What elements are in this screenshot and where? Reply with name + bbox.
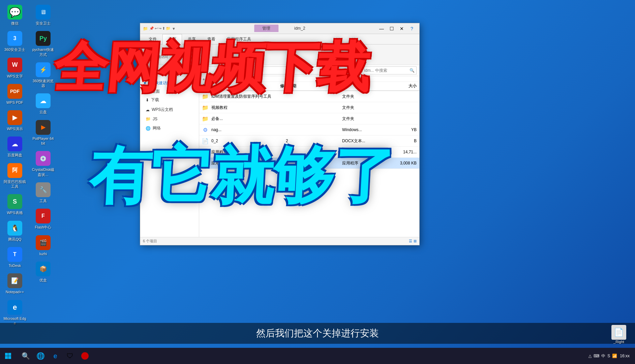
search-input[interactable] xyxy=(356,66,417,74)
tab-view[interactable]: 查看 xyxy=(202,34,221,44)
js-icon-sidebar: 📁 xyxy=(146,117,151,121)
file-row-app1[interactable]: ⚙ 应用程序 应用程序 14,71... xyxy=(199,147,419,158)
col-header-type[interactable]: 类型 xyxy=(338,83,377,89)
yun-icon: ☁ xyxy=(36,93,51,108)
qq-icon: 🐧 xyxy=(7,221,22,236)
file-row-video-tutorial[interactable]: 📁 视频教程 文件夹 xyxy=(199,102,419,113)
ribbon-copy-btn[interactable]: 📋复制 xyxy=(172,49,181,61)
360fast-label: 360快速浏览器 xyxy=(31,79,55,88)
forward-button[interactable]: → xyxy=(154,66,163,74)
sidebar-item-network[interactable]: 🌐 网络 xyxy=(140,124,199,132)
wps-word-icon: W xyxy=(7,58,22,72)
notepad-icon: 📝 xyxy=(7,273,22,288)
desktop-icon-tool[interactable]: 🔧 工具 xyxy=(30,180,57,205)
sidebar-item-download[interactable]: ⬇ 下载 xyxy=(140,96,199,104)
list-view-button[interactable]: ☰ xyxy=(409,239,412,243)
sidebar-item-wps[interactable]: ☁ WPS云文档 xyxy=(140,105,199,114)
quick-access-header[interactable]: ▼ ⭐ 快速访问 xyxy=(140,79,199,87)
desktop: 💬 微信 3 360安全卫士 W WPS文字 PDF WPS PDF ▶ WPS… xyxy=(0,0,635,364)
back-button[interactable]: ← xyxy=(143,66,152,74)
ribbon-pin-btn[interactable]: 📌固定到快速访问 xyxy=(143,49,169,61)
app-icon-6: ⚙ xyxy=(202,160,209,166)
speaker-icon[interactable]: S xyxy=(607,354,610,358)
sidebar-item-js[interactable]: 📁 JS xyxy=(140,115,199,123)
start-button[interactable] xyxy=(0,348,16,364)
network-section: 🌐 网络 xyxy=(140,124,199,132)
desktop-icon-luzhi[interactable]: 🎬 luzhi xyxy=(30,233,57,258)
view-toggle-buttons: ☰ ⊞ xyxy=(409,239,417,243)
col-header-size[interactable]: 大小 xyxy=(377,83,417,89)
desktop-icon-pcsafe[interactable]: 🖥 安全卫士 xyxy=(30,3,57,28)
explorer-window-title: 管理 idm_2 xyxy=(254,26,305,31)
search-container: 🔍 xyxy=(356,66,417,74)
desktop-icon-baidu[interactable]: ☁ 百度网盘 xyxy=(1,134,28,159)
window-controls: — ☐ ✕ ? xyxy=(377,25,417,33)
desktop-icon-wps-pdf[interactable]: PDF WPS PDF xyxy=(1,82,28,107)
desktop-icon-notepad[interactable]: 📝 Notepad++ xyxy=(1,271,28,296)
taskbar-search[interactable]: 🔍 xyxy=(19,349,32,363)
taskbar-edge[interactable]: e xyxy=(49,349,62,363)
close-button[interactable]: ✕ xyxy=(397,25,406,33)
desktop-icon-yun[interactable]: ☁ 云盘 xyxy=(30,91,57,116)
ribbon: 文件 主页 共享 查看 应用程序工具 📌固定到快速访问 📋复制 📄粘贴 xyxy=(140,34,419,65)
minimize-button[interactable]: — xyxy=(377,25,386,33)
wifi-icon[interactable]: 📶 xyxy=(612,354,617,358)
file-row-doc[interactable]: 📄 0_2 2 DOCX文本... B xyxy=(199,135,419,147)
address-path[interactable]: ▶ idm_2 ▼ xyxy=(175,66,355,74)
tab-home[interactable]: 主页 xyxy=(162,34,182,44)
360-taskbar-icon: 🛡 xyxy=(67,352,73,360)
sidebar-download-label: 下载 xyxy=(151,97,159,103)
wps-table-icon: S xyxy=(7,194,22,209)
col-header-date[interactable]: 修改日期 xyxy=(280,83,339,89)
desktop-icon-360safe[interactable]: 3 360安全卫士 xyxy=(1,29,28,54)
folder-icon-2: 📁 xyxy=(202,115,209,122)
up-button[interactable]: ↑ xyxy=(164,66,174,74)
tab-file[interactable]: 文件 xyxy=(143,34,162,44)
desktop-icon-wps-table[interactable]: S WPS表格 xyxy=(1,192,28,217)
file-type-1: 文件夹 xyxy=(342,105,379,111)
flash-icon: F xyxy=(36,209,51,223)
desktop-icon-pot[interactable]: ▶ PotPlayer 64 bit xyxy=(30,118,57,148)
col-header-name[interactable]: 名称 xyxy=(202,83,280,89)
taskbar-360[interactable]: 🛡 xyxy=(63,349,77,363)
desktop-icon-wps-ppt[interactable]: ▶ WPS演示 xyxy=(1,108,28,133)
explorer-body: ▼ ⭐ 快速访问 🖥 桌面 ⬇ 下载 ☁ xyxy=(140,76,419,237)
tray-arrow-icon[interactable]: △ xyxy=(588,354,592,358)
desktop-icon-ali[interactable]: 阿 阿里巴巴投稿工具 xyxy=(1,161,28,191)
right-icon-label: _Right xyxy=(613,340,624,344)
explorer-window: 📁 📌 ↩ ↪ ⬆ 📁 ▼ 管理 idm_2 — ☐ ✕ xyxy=(140,23,420,245)
address-arrow: ▶ xyxy=(178,68,181,73)
taskbar-chrome[interactable]: 🌐 xyxy=(34,349,47,363)
desktop-icon-flash[interactable]: F Flash中心 xyxy=(30,207,57,232)
lang-icon[interactable]: 中 xyxy=(601,353,605,359)
explorer-title-left: 📁 📌 ↩ ↪ ⬆ 📁 ▼ xyxy=(143,26,176,31)
help-button[interactable]: ? xyxy=(407,25,417,33)
tab-app-tools[interactable]: 应用程序工具 xyxy=(221,34,257,44)
explorer-titlebar: 📁 📌 ↩ ↪ ⬆ 📁 ▼ 管理 idm_2 — ☐ ✕ xyxy=(140,23,419,34)
file-name-1: 视频教程 xyxy=(211,105,284,111)
desktop-icon-todesk[interactable]: T ToDesk xyxy=(1,245,28,270)
desktop-icon-360fast[interactable]: ⚡ 360快速浏览器 xyxy=(30,60,57,90)
desktop-icon-wechat[interactable]: 💬 微信 xyxy=(1,3,28,28)
pot-label: PotPlayer 64 bit xyxy=(31,136,55,146)
desktop-icon-wps-word[interactable]: W WPS文字 xyxy=(1,56,28,81)
pcsafe-label: 安全卫士 xyxy=(36,21,51,26)
maximize-button[interactable]: ☐ xyxy=(387,25,396,33)
sidebar-item-desktop[interactable]: 🖥 桌面 xyxy=(140,87,199,96)
desktop-icon-crystal[interactable]: 💿 CrystalDisk磁盘状... xyxy=(30,149,57,179)
ribbon-tab-manage[interactable]: 管理 xyxy=(254,25,278,32)
file-row-nag[interactable]: ⚙ nag... Windows... YB xyxy=(199,124,419,135)
grid-view-button[interactable]: ⊞ xyxy=(414,239,417,243)
desktop-icon-right[interactable]: 📄 _Right xyxy=(605,325,632,344)
doc-icon-4: 📄 xyxy=(202,138,209,144)
desktop-icon-pycharm[interactable]: Py pycharm快速方式 xyxy=(30,29,57,59)
file-row-bibei[interactable]: 📁 必备... 文件夹 xyxy=(199,113,419,124)
file-row-app2[interactable]: ⚙ 应用程序 应用程序 3,008 KB xyxy=(199,158,419,169)
file-name-6: 应用程序 xyxy=(211,160,284,166)
desktop-icon-youjian[interactable]: 📦 优盒 xyxy=(30,260,57,284)
tab-share[interactable]: 共享 xyxy=(182,34,202,44)
taskbar-record[interactable] xyxy=(78,349,92,363)
file-row-idm-tool[interactable]: 📁 IDM清理重置及防假冒序列号工具 文件夹 xyxy=(199,91,419,102)
ribbon-paste-btn[interactable]: 📄粘贴 xyxy=(184,49,193,61)
desktop-icon-qq[interactable]: 🐧 腾讯QQ xyxy=(1,219,28,244)
